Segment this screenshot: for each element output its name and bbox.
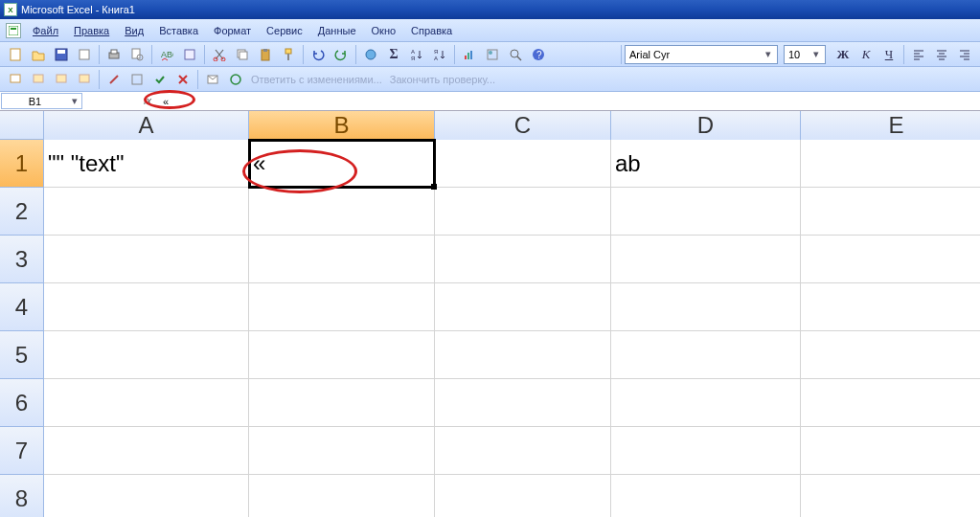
print-icon[interactable]	[103, 44, 125, 65]
cell-C4[interactable]	[435, 283, 611, 331]
cell-B6[interactable]	[249, 379, 435, 427]
cell-A1[interactable]: "" "text"	[44, 140, 249, 188]
new-icon[interactable]	[5, 44, 26, 65]
menu-data[interactable]: Данные	[310, 23, 364, 38]
italic-button[interactable]: К	[855, 44, 877, 65]
menu-service[interactable]: Сервис	[259, 23, 310, 38]
cell-C1[interactable]	[435, 140, 611, 188]
cell-D2[interactable]	[611, 188, 801, 236]
cell-C3[interactable]	[435, 236, 611, 283]
save-icon[interactable]	[51, 44, 72, 65]
align-right-icon[interactable]	[954, 44, 975, 65]
cell-E7[interactable]	[801, 427, 980, 475]
bold-button[interactable]: Ж	[832, 44, 854, 65]
row-header-4[interactable]: 4	[0, 283, 44, 331]
sort-desc-icon[interactable]: ЯA	[429, 44, 450, 65]
reject-icon[interactable]	[172, 69, 194, 90]
paste-icon[interactable]	[255, 44, 276, 65]
cell-A3[interactable]	[44, 236, 249, 283]
prev-comment-icon[interactable]	[51, 69, 72, 90]
track-icon[interactable]	[126, 69, 148, 90]
cell-D1[interactable]: ab	[611, 140, 801, 188]
open-icon[interactable]	[28, 44, 49, 65]
fx-button[interactable]: fx	[136, 92, 159, 110]
cell-C2[interactable]	[435, 188, 611, 236]
cell-E8[interactable]	[801, 475, 980, 517]
cell-B2[interactable]	[249, 188, 435, 236]
menu-format[interactable]: Формат	[206, 23, 259, 38]
cell-A8[interactable]	[44, 475, 249, 517]
select-all-corner[interactable]	[0, 111, 44, 140]
formula-input[interactable]: «	[159, 92, 980, 110]
update-icon[interactable]	[225, 69, 246, 90]
cell-E5[interactable]	[801, 331, 980, 379]
cell-D7[interactable]	[611, 427, 801, 475]
column-header-B[interactable]: B	[249, 111, 435, 140]
cell-A4[interactable]	[44, 283, 249, 331]
row-header-6[interactable]: 6	[0, 379, 44, 427]
sort-asc-icon[interactable]: AЯ	[406, 44, 427, 65]
cell-C6[interactable]	[435, 379, 611, 427]
spell-icon[interactable]: ABC	[156, 44, 177, 65]
column-header-D[interactable]: D	[611, 111, 801, 140]
cell-E3[interactable]	[801, 236, 980, 283]
show-comment-icon[interactable]	[28, 69, 49, 90]
cell-D4[interactable]	[611, 283, 801, 331]
next-comment-icon[interactable]	[74, 69, 95, 90]
help-icon[interactable]: ?	[528, 44, 549, 65]
hyperlink-icon[interactable]	[360, 44, 381, 65]
zoom-icon[interactable]	[505, 44, 526, 65]
menu-file[interactable]: Файл	[25, 23, 66, 38]
align-center-icon[interactable]	[931, 44, 952, 65]
cell-D6[interactable]	[611, 379, 801, 427]
menu-help[interactable]: Справка	[403, 23, 460, 38]
font-name-selector[interactable]: Arial Cyr ▾	[625, 45, 778, 64]
preview-icon[interactable]	[126, 44, 148, 65]
column-header-E[interactable]: E	[801, 111, 980, 140]
cell-E2[interactable]	[801, 188, 980, 236]
cell-E6[interactable]	[801, 379, 980, 427]
drawing-icon[interactable]	[482, 44, 503, 65]
column-header-C[interactable]: C	[435, 111, 611, 140]
menu-edit[interactable]: Правка	[66, 23, 117, 38]
cell-C5[interactable]	[435, 331, 611, 379]
format-painter-icon[interactable]	[278, 44, 299, 65]
cell-A7[interactable]	[44, 427, 249, 475]
sum-icon[interactable]: Σ	[383, 44, 404, 65]
cell-B1[interactable]: «	[249, 140, 435, 188]
font-size-selector[interactable]: 10 ▾	[784, 45, 826, 64]
cell-B4[interactable]	[249, 283, 435, 331]
underline-button[interactable]: Ч	[878, 44, 900, 65]
redo-icon[interactable]	[330, 44, 352, 65]
research-icon[interactable]	[179, 44, 200, 65]
cell-B3[interactable]	[249, 236, 435, 283]
cell-A6[interactable]	[44, 379, 249, 427]
copy-icon[interactable]	[232, 44, 253, 65]
row-header-5[interactable]: 5	[0, 331, 44, 379]
menu-window[interactable]: Окно	[364, 23, 404, 38]
row-header-7[interactable]: 7	[0, 427, 44, 475]
new-comment-icon[interactable]	[5, 69, 26, 90]
cell-D3[interactable]	[611, 236, 801, 283]
accept-icon[interactable]	[149, 69, 171, 90]
name-box[interactable]: B1 ▾	[1, 93, 82, 109]
undo-icon[interactable]	[308, 44, 329, 65]
cell-B8[interactable]	[249, 475, 435, 517]
row-header-1[interactable]: 1	[0, 140, 44, 188]
ink-icon[interactable]	[103, 69, 125, 90]
send-icon[interactable]	[202, 69, 223, 90]
menu-insert[interactable]: Вставка	[151, 23, 206, 38]
cell-C7[interactable]	[435, 427, 611, 475]
cell-C8[interactable]	[435, 475, 611, 517]
row-header-8[interactable]: 8	[0, 475, 44, 517]
cell-E4[interactable]	[801, 283, 980, 331]
row-header-3[interactable]: 3	[0, 236, 44, 283]
cell-B5[interactable]	[249, 331, 435, 379]
chart-icon[interactable]	[459, 44, 480, 65]
doc-icon[interactable]	[6, 23, 21, 38]
menu-view[interactable]: Вид	[117, 23, 151, 38]
cell-B7[interactable]	[249, 427, 435, 475]
cut-icon[interactable]	[209, 44, 230, 65]
cell-E1[interactable]	[801, 140, 980, 188]
cell-A5[interactable]	[44, 331, 249, 379]
